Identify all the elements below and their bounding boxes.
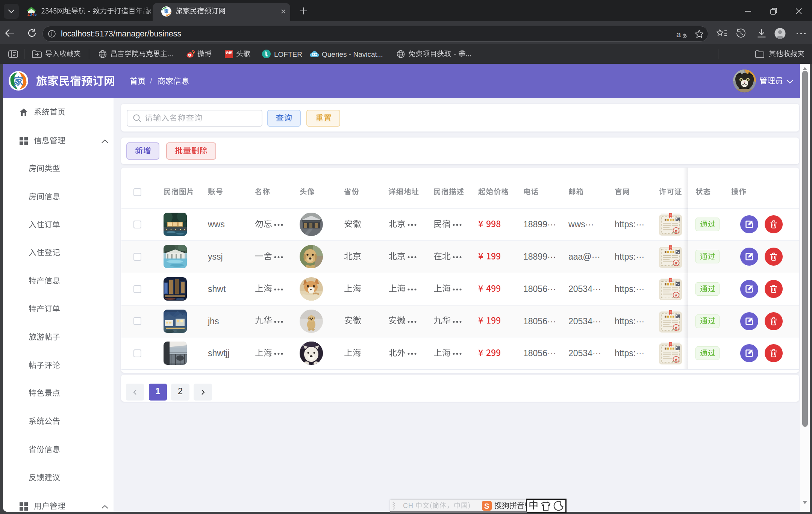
svg-text:2345: 2345 [27, 12, 36, 17]
